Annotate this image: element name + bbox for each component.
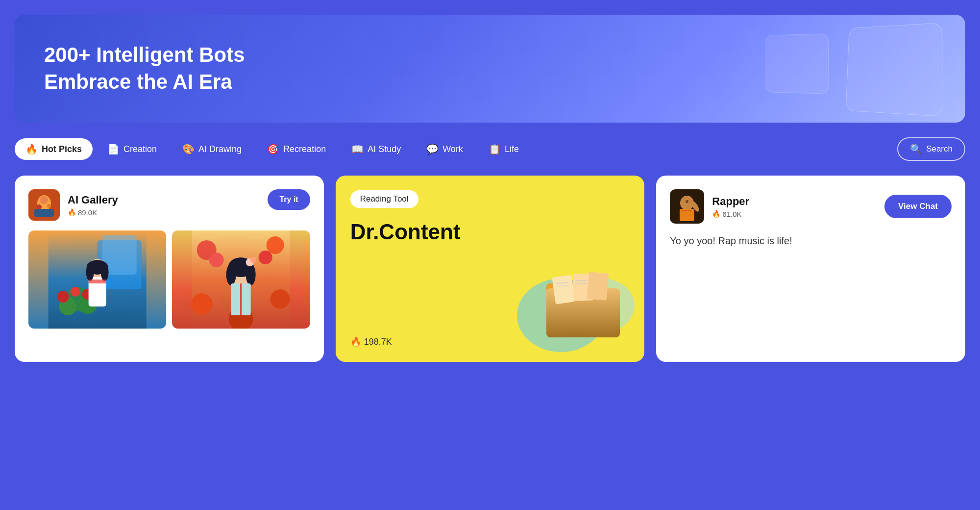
hot-picks-icon: 🔥 (25, 143, 38, 155)
nav-label-recreation: Recreation (283, 144, 326, 154)
gallery-image-1 (28, 230, 166, 329)
svg-point-26 (191, 293, 213, 315)
drcontent-stat-value: 198.7K (364, 337, 392, 347)
folder-3d-illustration (541, 269, 630, 347)
svg-point-4 (37, 204, 42, 209)
hero-line2: Embrace the AI Era (44, 70, 232, 93)
hero-banner: 200+ Intelligent Bots Embrace the AI Era (15, 15, 965, 123)
work-icon: 💬 (426, 143, 439, 155)
svg-rect-40 (552, 275, 575, 304)
nav-item-ai-study[interactable]: 📖 AI Study (341, 138, 412, 160)
creation-icon: 📄 (107, 143, 120, 155)
search-button[interactable]: 🔍 Search (897, 137, 965, 161)
ai-gallery-card: AI Gallery 🔥 89.0K Try it (15, 176, 324, 362)
svg-rect-42 (587, 272, 609, 300)
nav-label-creation: Creation (123, 144, 157, 154)
rapper-quote: Yo yo yoo! Rap music is life! (670, 233, 952, 248)
svg-point-32 (246, 264, 256, 285)
rapper-info: Rapper 🔥 61.0K (712, 195, 749, 218)
svg-rect-52 (682, 210, 692, 211)
drcontent-fire-icon: 🔥 (350, 336, 361, 347)
gallery-avatar-svg (28, 189, 60, 221)
glass-decoration-1 (846, 23, 943, 117)
svg-point-31 (226, 264, 236, 285)
svg-rect-20 (89, 280, 106, 283)
svg-point-34 (250, 257, 256, 263)
cards-grid: AI Gallery 🔥 89.0K Try it (0, 171, 980, 377)
nav-label-work: Work (442, 144, 463, 154)
gallery-stat-value: 89.0K (78, 208, 97, 217)
nav-item-life[interactable]: 📋 Life (478, 138, 530, 160)
glass-decoration-2 (766, 33, 829, 94)
gallery-images (28, 230, 310, 329)
rapper-stats: 🔥 61.0K (712, 210, 749, 218)
anime-girl-img-1 (28, 230, 166, 329)
ai-gallery-title: AI Gallery (68, 194, 118, 206)
gallery-image-2 (172, 230, 310, 329)
hero-line1: 200+ Intelligent Bots (44, 43, 245, 66)
svg-point-2 (40, 196, 48, 204)
nav-label-ai-study: AI Study (368, 144, 401, 154)
rapper-stat-value: 61.0K (722, 210, 741, 218)
drcontent-title: Dr.Content (350, 220, 630, 244)
reading-tool-badge: Reading Tool (350, 190, 418, 208)
svg-point-18 (86, 263, 94, 281)
nav-item-ai-drawing[interactable]: 🎨 AI Drawing (172, 138, 252, 160)
nav-item-recreation[interactable]: 🎯 Recreation (256, 138, 337, 160)
try-it-button[interactable]: Try it (268, 189, 310, 210)
nav-label-life: Life (505, 144, 519, 154)
gallery-fire-icon: 🔥 (68, 208, 76, 216)
ai-gallery-header: AI Gallery 🔥 89.0K (28, 189, 310, 221)
svg-rect-3 (34, 209, 54, 217)
ai-gallery-avatar (28, 189, 60, 221)
recreation-icon: 🎯 (267, 143, 279, 155)
svg-line-45 (576, 280, 588, 281)
svg-point-12 (57, 291, 69, 303)
rapper-fire-icon: 🔥 (712, 210, 720, 218)
life-icon: 📋 (489, 143, 501, 155)
svg-point-51 (686, 200, 688, 203)
ai-gallery-info: AI Gallery 🔥 89.0K (68, 194, 118, 217)
nav-item-hot-picks[interactable]: 🔥 Hot Picks (15, 138, 93, 160)
svg-point-25 (259, 251, 272, 264)
ai-study-icon: 📖 (351, 143, 364, 155)
drcontent-card: Reading Tool Dr.Content (336, 176, 645, 362)
svg-point-23 (209, 253, 224, 267)
anime-girl-img-2 (172, 230, 310, 329)
search-icon: 🔍 (910, 143, 922, 155)
view-chat-button[interactable]: View Chat (884, 195, 952, 218)
nav-item-creation[interactable]: 📄 Creation (97, 138, 168, 160)
nav-label-ai-drawing: AI Drawing (198, 144, 242, 154)
category-nav: 🔥 Hot Picks 📄 Creation 🎨 AI Drawing 🎯 Re… (0, 123, 980, 171)
gallery-avatar-art (28, 189, 60, 221)
hero-decoration (300, 15, 965, 123)
rapper-card: Rapper 🔥 61.0K View Chat Yo yo yoo! Rap … (656, 176, 965, 362)
rapper-avatar (670, 189, 704, 224)
search-label: Search (926, 144, 953, 154)
svg-point-5 (47, 204, 51, 208)
hero-text: 200+ Intelligent Bots Embrace the AI Era (44, 42, 245, 95)
ai-drawing-icon: 🎨 (182, 143, 195, 155)
svg-point-13 (71, 287, 80, 297)
svg-line-46 (576, 283, 588, 284)
nav-label-hot-picks: Hot Picks (42, 144, 82, 154)
rapper-header: Rapper 🔥 61.0K View Chat (670, 189, 952, 224)
rapper-title: Rapper (712, 195, 749, 208)
svg-point-27 (270, 289, 290, 309)
ai-gallery-stats: 🔥 89.0K (68, 208, 118, 217)
svg-point-24 (267, 236, 284, 254)
svg-point-19 (101, 263, 109, 281)
nav-item-work[interactable]: 💬 Work (416, 138, 474, 160)
